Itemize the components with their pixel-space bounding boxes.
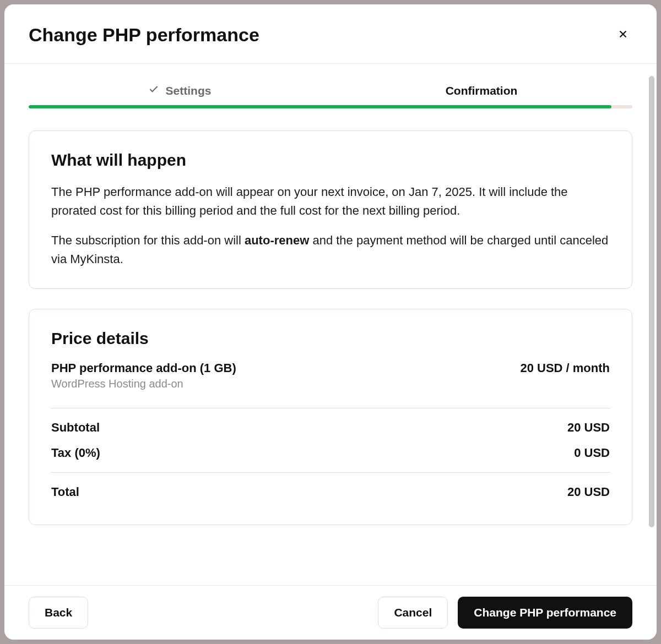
addon-label: PHP performance add-on (1 GB) xyxy=(51,361,236,375)
price-details-card: Price details PHP performance add-on (1 … xyxy=(29,309,632,525)
modal-header: Change PHP performance xyxy=(4,4,657,64)
price-row-addon: PHP performance add-on (1 GB) WordPress … xyxy=(51,361,610,401)
divider xyxy=(51,408,610,408)
total-value: 20 USD xyxy=(567,485,610,499)
step-confirmation[interactable]: Confirmation xyxy=(330,84,632,105)
close-button[interactable] xyxy=(614,25,632,45)
step-settings[interactable]: Settings xyxy=(29,84,330,105)
what-will-happen-card: What will happen The PHP performance add… xyxy=(29,130,632,289)
close-icon xyxy=(617,28,629,42)
back-button[interactable]: Back xyxy=(29,597,88,629)
confirm-button[interactable]: Change PHP performance xyxy=(458,597,632,629)
total-label: Total xyxy=(51,485,79,499)
progress-fill xyxy=(29,105,611,108)
modal-title: Change PHP performance xyxy=(29,24,259,46)
addon-sublabel: WordPress Hosting add-on xyxy=(51,378,236,390)
price-row-total: Total 20 USD xyxy=(51,479,610,505)
price-row-subtotal: Subtotal 20 USD xyxy=(51,415,610,440)
step-indicator: Settings Confirmation xyxy=(29,64,632,105)
what-will-happen-para1: The PHP performance add-on will appear o… xyxy=(51,183,610,220)
modal-footer: Back Cancel Change PHP performance xyxy=(4,585,657,640)
subtotal-label: Subtotal xyxy=(51,421,100,435)
subtotal-value: 20 USD xyxy=(567,421,610,435)
step-confirmation-label: Confirmation xyxy=(446,84,518,97)
what-will-happen-title: What will happen xyxy=(51,151,610,170)
divider xyxy=(51,472,610,473)
modal-change-php-performance: Change PHP performance Settings Confirma… xyxy=(4,4,657,640)
modal-body: Settings Confirmation What will happen T… xyxy=(4,64,657,585)
price-row-tax: Tax (0%) 0 USD xyxy=(51,440,610,466)
cancel-button[interactable]: Cancel xyxy=(378,597,448,629)
what-will-happen-para2: The subscription for this add-on will au… xyxy=(51,231,610,269)
check-icon xyxy=(148,84,159,97)
addon-price: 20 USD / month xyxy=(520,361,610,375)
tax-value: 0 USD xyxy=(574,446,610,460)
price-details-title: Price details xyxy=(51,329,610,348)
progress-bar xyxy=(29,105,632,108)
step-settings-label: Settings xyxy=(166,84,212,97)
tax-label: Tax (0%) xyxy=(51,446,100,460)
scrollbar[interactable] xyxy=(649,76,654,527)
